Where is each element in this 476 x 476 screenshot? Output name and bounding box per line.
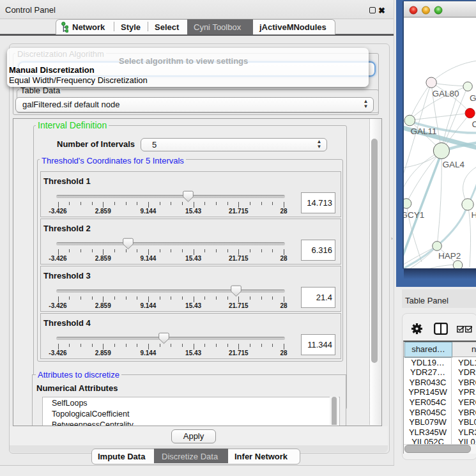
svg-text:G.: G. (470, 93, 476, 103)
svg-text:C: C (472, 119, 476, 129)
svg-text:GAL80: GAL80 (433, 89, 459, 98)
svg-text:GAL11: GAL11 (411, 127, 437, 136)
svg-text:HAP2: HAP2 (438, 251, 461, 261)
svg-text:GCY1: GCY1 (401, 210, 425, 220)
svg-text:GAL4: GAL4 (443, 160, 465, 169)
svg-text:H: H (472, 210, 476, 220)
